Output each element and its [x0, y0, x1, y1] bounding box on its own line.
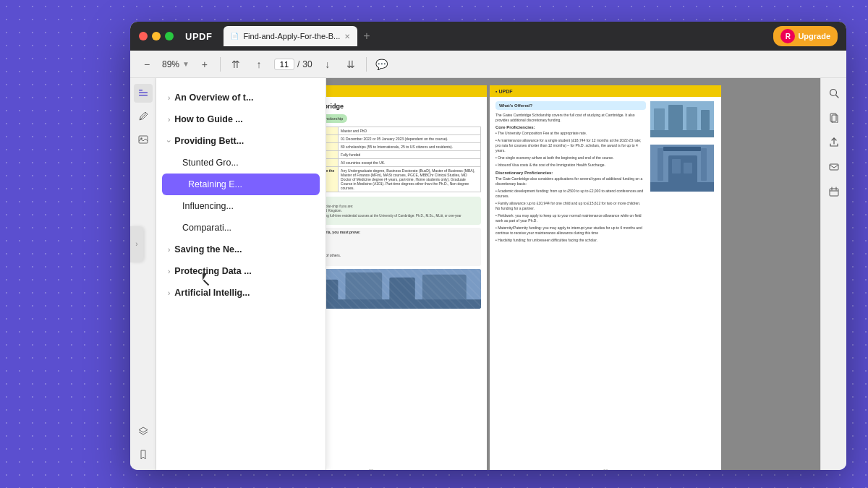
toc-item-providing[interactable]: › Providing Bett... [156, 130, 326, 152]
svg-rect-1 [139, 93, 148, 94]
toc-label-artificial: Artificial Intellig... [174, 288, 314, 298]
svg-rect-17 [650, 130, 714, 137]
toc-label-overview: An Overview of t... [174, 93, 314, 103]
chevron-right-icon: › [168, 116, 170, 124]
svg-rect-31 [830, 189, 838, 196]
discretionary-title: Discretionary Proficiencies: [495, 171, 646, 175]
toc-item-artificial[interactable]: › Artificial Intellig... [156, 282, 326, 304]
app-window: UPDF 📄 Find-and-Apply-For-the-B... ✕ + R… [130, 22, 846, 470]
nav-next-button[interactable]: ↓ [320, 56, 336, 72]
page-number-left: 09 [369, 468, 374, 470]
discretionary-1: • Academic development funding: from up … [495, 189, 646, 199]
toc-label-stunted: Stunted Gro... [182, 158, 314, 168]
annotation-sidebar-icon[interactable] [134, 107, 153, 126]
tab-close-icon[interactable]: ✕ [344, 33, 350, 40]
toc-label-influencing: Influencing... [182, 201, 314, 211]
discretionary-4: • Maternity/Paternity funding: you may a… [495, 226, 646, 236]
core-proficiency-1: • The University Composition Fee at the … [495, 131, 646, 136]
toolbar: − 89% ▼ + ⇈ ↑ / 30 ↓ ⇊ 💬 [130, 51, 846, 78]
toc-item-saving[interactable]: › Saving the Ne... [156, 239, 326, 260]
whats-offered-box: What's Offered? [495, 101, 646, 110]
comment-button[interactable]: 💬 [374, 56, 390, 72]
svg-rect-15 [686, 107, 697, 130]
toc-item-protecting[interactable]: › Protecting Data ... [156, 260, 326, 282]
discretionary-intro: The Gate Cambridge also considers applic… [495, 176, 646, 187]
title-bar: UPDF 📄 Find-and-Apply-For-the-B... ✕ + R… [130, 22, 846, 51]
tab-add-button[interactable]: + [360, 30, 373, 43]
left-sidebar [130, 78, 156, 470]
toc-item-retaining[interactable]: Retaining E... [162, 174, 320, 195]
maximize-button[interactable] [165, 32, 174, 40]
table-value: Fully funded [339, 151, 481, 159]
layers-sidebar-icon[interactable] [134, 422, 153, 441]
nav-first-button[interactable]: ⇈ [228, 56, 244, 72]
toc-label-retaining: Retaining E... [188, 179, 312, 189]
toc-item-comparati[interactable]: Comparati... [156, 217, 326, 239]
svg-rect-0 [139, 90, 142, 91]
discretionary-3: • Fieldwork: you may apply to keep up to… [495, 213, 646, 223]
toc-item-howto[interactable]: › How to Guide ... [156, 108, 326, 130]
svg-rect-2 [139, 95, 148, 96]
svg-rect-13 [654, 108, 665, 130]
user-avatar: R [780, 29, 795, 43]
tab-label: Find-and-Apply-For-the-B... [243, 32, 340, 40]
zoom-level: 89% ▼ [162, 59, 190, 69]
discretionary-5: • Hardship funding: for unforeseen diffi… [495, 238, 646, 243]
calendar-icon[interactable] [825, 182, 843, 201]
chevron-right-icon: › [168, 267, 170, 275]
svg-rect-24 [672, 159, 681, 174]
chevron-right-icon: › [168, 246, 170, 254]
cambridge-image-right-1 [650, 101, 714, 137]
zoom-value: 89% [162, 59, 179, 69]
chevron-down-icon: › [165, 140, 173, 142]
offered-text: The Gates Cambridge Scholarship covers t… [495, 113, 646, 123]
upgrade-label: Upgrade [798, 32, 830, 40]
toolbar-divider-2 [366, 57, 367, 72]
minimize-button[interactable] [152, 32, 161, 40]
table-value: Master and PhD [339, 127, 481, 135]
svg-rect-23 [650, 182, 714, 192]
svg-rect-9 [389, 278, 414, 301]
cambridge-image-right-2 [650, 145, 714, 192]
core-proficiency-4: • Inbound Visa costs & the cost of the I… [495, 163, 646, 168]
zoom-out-button[interactable]: − [139, 56, 155, 72]
svg-rect-22 [663, 147, 701, 151]
page-indicator: / 30 [274, 59, 312, 70]
toc-label-howto: How to Guide ... [174, 114, 314, 124]
pdf-page-right: ▪ UPDF What's Offered? The Gates Cambrid… [490, 85, 721, 470]
panel-expand-tab[interactable]: › [130, 226, 143, 262]
main-area: › An Overview of t... › How to Guide ...… [130, 78, 846, 470]
image-sidebar-icon[interactable] [134, 130, 153, 149]
chevron-right-icon: › [168, 289, 170, 297]
toc-item-influencing[interactable]: Influencing... [156, 195, 326, 217]
toolbar-divider-1 [220, 57, 221, 72]
table-value: Any Undergraduate degree, Business Docto… [339, 167, 481, 192]
discretionary-2: • Family allowance: up to £10,944 for on… [495, 201, 646, 211]
zoom-in-button[interactable]: + [197, 56, 213, 72]
active-tab[interactable]: 📄 Find-and-Apply-For-the-B... ✕ [224, 26, 357, 46]
core-proficiencies-title: Core Proficiencies: [495, 125, 646, 129]
export-icon[interactable] [825, 133, 843, 152]
toc-item-stunted[interactable]: Stunted Gro... [156, 152, 326, 174]
pdf-right-main: What's Offered? The Gates Cambridge Scho… [495, 101, 646, 245]
upgrade-button[interactable]: R Upgrade [773, 26, 838, 46]
toc-panel: › An Overview of t... › How to Guide ...… [156, 78, 326, 470]
svg-line-27 [835, 95, 838, 98]
svg-rect-25 [684, 163, 692, 174]
traffic-lights [139, 32, 174, 40]
mail-icon[interactable] [825, 158, 843, 176]
chevron-right-icon: › [135, 240, 137, 248]
bookmark-sidebar-icon[interactable] [134, 445, 153, 464]
pages-icon[interactable] [825, 108, 843, 127]
svg-rect-14 [668, 105, 683, 130]
nav-last-button[interactable]: ⇊ [343, 56, 359, 72]
toc-sidebar-icon[interactable] [134, 84, 153, 103]
svg-rect-19 [658, 148, 663, 181]
table-value: 01 December 2022 or 05 January 2023 (dep… [339, 135, 481, 143]
close-button[interactable] [139, 32, 148, 40]
search-icon[interactable] [825, 84, 843, 103]
page-separator: / [297, 59, 299, 69]
nav-prev-button[interactable]: ↑ [251, 56, 267, 72]
toc-item-overview[interactable]: › An Overview of t... [156, 87, 326, 108]
page-number-input[interactable] [274, 59, 294, 70]
